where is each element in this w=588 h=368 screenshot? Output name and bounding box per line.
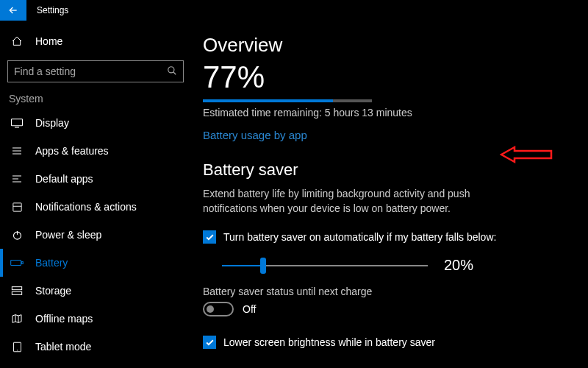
auto-saver-checkbox[interactable] <box>203 230 216 244</box>
brightness-label: Lower screen brightness while in battery… <box>223 336 435 348</box>
sidebar-item-label: Tablet mode <box>35 341 91 353</box>
svg-rect-7 <box>12 291 21 294</box>
svg-rect-2 <box>12 202 21 210</box>
storage-icon <box>9 286 25 296</box>
sidebar-item-label: Battery <box>35 257 68 269</box>
auto-saver-label: Turn battery saver on automatically if m… <box>223 231 496 243</box>
check-icon <box>205 338 215 347</box>
svg-rect-6 <box>12 287 21 290</box>
saver-toggle-label: Off <box>243 303 256 315</box>
window-title: Settings <box>37 5 68 15</box>
sidebar-item-offline-maps[interactable]: Offline maps <box>7 305 184 333</box>
arrow-left-icon <box>7 4 19 16</box>
brightness-checkbox[interactable] <box>203 336 216 349</box>
threshold-value: 20% <box>444 257 473 274</box>
sidebar-item-tablet-mode[interactable]: Tablet mode <box>7 333 184 361</box>
sidebar-item-notifications[interactable]: Notifications & actions <box>7 193 184 221</box>
sidebar-item-label: Notifications & actions <box>35 201 137 213</box>
default-apps-icon <box>9 174 25 184</box>
battery-saver-description: Extend battery life by limiting backgrou… <box>203 187 519 216</box>
sidebar-item-apps[interactable]: Apps & features <box>7 137 184 165</box>
sidebar-item-label: Default apps <box>35 173 93 185</box>
search-input[interactable] <box>14 66 167 77</box>
battery-progress-fill <box>203 99 333 102</box>
content-panel: Overview 77% Estimated time remaining: 5… <box>191 21 588 368</box>
sidebar-item-default-apps[interactable]: Default apps <box>7 165 184 193</box>
sidebar-item-label: Apps & features <box>35 145 109 157</box>
power-icon <box>9 230 25 241</box>
svg-point-0 <box>168 66 174 72</box>
sidebar-item-display[interactable]: Display <box>7 109 184 137</box>
display-icon <box>9 118 25 128</box>
sidebar-item-label: Offline maps <box>35 313 93 325</box>
saver-toggle[interactable] <box>203 302 234 316</box>
search-box[interactable] <box>7 60 184 82</box>
slider-thumb <box>260 258 266 274</box>
maps-icon <box>9 314 25 324</box>
sidebar-item-power[interactable]: Power & sleep <box>7 221 184 249</box>
battery-percentage: 77% <box>203 60 573 95</box>
svg-rect-1 <box>12 119 23 126</box>
threshold-slider[interactable] <box>222 260 428 272</box>
home-label: Home <box>35 35 62 47</box>
time-remaining: Estimated time remaining: 5 hours 13 min… <box>203 107 573 118</box>
battery-progress <box>203 99 372 102</box>
overview-heading: Overview <box>203 34 573 57</box>
battery-saver-heading: Battery saver <box>203 160 573 180</box>
tablet-icon <box>9 342 25 353</box>
sidebar-item-label: Power & sleep <box>35 229 101 241</box>
sidebar-item-label: Display <box>35 117 69 129</box>
svg-rect-4 <box>11 261 21 266</box>
home-button[interactable]: Home <box>7 29 184 53</box>
battery-icon <box>9 258 25 267</box>
sidebar-item-battery[interactable]: Battery <box>7 249 184 277</box>
slider-fill <box>222 265 263 266</box>
category-label: System <box>7 93 184 105</box>
toggle-knob <box>207 305 214 313</box>
battery-usage-link[interactable]: Battery usage by app <box>203 129 307 141</box>
home-icon <box>9 35 25 47</box>
sidebar-item-storage[interactable]: Storage <box>7 277 184 305</box>
notifications-icon <box>9 202 25 213</box>
search-icon <box>167 66 177 78</box>
sidebar-item-label: Storage <box>35 285 71 297</box>
saver-status-label: Battery saver status until next charge <box>203 286 573 297</box>
sidebar: Home System Display Apps & features Defa… <box>0 21 191 368</box>
back-button[interactable] <box>0 0 26 21</box>
svg-rect-5 <box>21 262 23 264</box>
check-icon <box>205 233 215 242</box>
apps-icon <box>9 146 25 156</box>
